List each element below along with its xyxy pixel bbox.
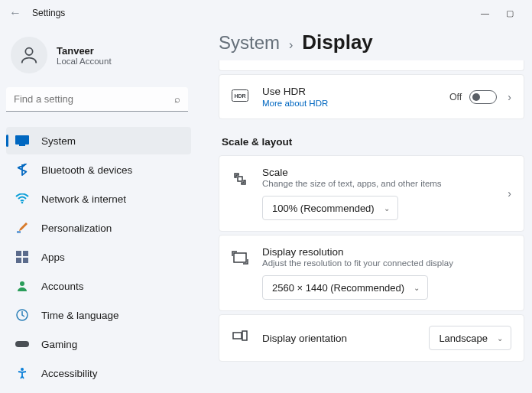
- search-icon: ⌕: [174, 93, 180, 105]
- nav-item-network[interactable]: Network & internet: [6, 185, 191, 213]
- nav-item-time-language[interactable]: Time & language: [6, 301, 191, 329]
- svg-rect-2: [19, 145, 25, 146]
- orientation-value: Landscape: [439, 333, 488, 344]
- brush-icon: [15, 221, 29, 235]
- nav-label: Personalization: [41, 222, 112, 234]
- user-account-type: Local Account: [57, 57, 112, 66]
- scale-dropdown[interactable]: 100% (Recommended) ⌄: [262, 196, 398, 220]
- accessibility-icon: [15, 366, 29, 380]
- scale-icon: [232, 167, 248, 190]
- globe-clock-icon: [15, 308, 29, 322]
- svg-point-0: [25, 48, 32, 55]
- svg-rect-11: [15, 341, 29, 347]
- back-icon[interactable]: ←: [6, 6, 24, 20]
- resolution-title: Display resolution: [262, 246, 511, 258]
- nav-label: Gaming: [41, 339, 77, 350]
- svg-rect-6: [23, 251, 28, 256]
- nav-list: System Bluetooth & devices Network & int…: [6, 127, 191, 387]
- maximize-icon[interactable]: ▢: [506, 8, 514, 18]
- minimize-icon[interactable]: —: [481, 8, 489, 18]
- nav-label: Network & internet: [41, 193, 126, 205]
- search-box[interactable]: ⌕: [6, 87, 188, 112]
- window-title: Settings: [32, 8, 65, 18]
- resolution-icon: [232, 246, 248, 268]
- nav-label: Apps: [41, 252, 65, 263]
- hdr-toggle-label: Off: [449, 92, 462, 102]
- nav-item-accounts[interactable]: Accounts: [6, 272, 191, 300]
- nav-item-personalization[interactable]: Personalization: [6, 214, 191, 242]
- orientation-dropdown[interactable]: Landscape ⌄: [429, 326, 511, 350]
- scale-title: Scale: [262, 167, 494, 178]
- svg-rect-15: [238, 177, 242, 181]
- system-icon: [15, 134, 29, 148]
- breadcrumb-parent[interactable]: System: [219, 32, 280, 54]
- svg-rect-18: [242, 331, 247, 340]
- window-controls: — ▢: [481, 8, 514, 18]
- bluetooth-icon: [15, 163, 29, 177]
- scale-value: 100% (Recommended): [272, 203, 375, 214]
- nav-label: Accessibility: [41, 368, 98, 379]
- svg-text:HDR: HDR: [234, 93, 245, 99]
- nav-item-bluetooth[interactable]: Bluetooth & devices: [6, 156, 191, 184]
- svg-rect-7: [16, 258, 21, 263]
- resolution-card[interactable]: Display resolution Adjust the resolution…: [219, 235, 524, 311]
- person-icon: [15, 279, 29, 293]
- svg-rect-4: [17, 231, 21, 233]
- chevron-down-icon: ⌄: [414, 284, 420, 292]
- nav-label: System: [41, 135, 76, 147]
- svg-point-12: [21, 368, 24, 371]
- svg-rect-17: [233, 333, 242, 339]
- content-area: System › Display HDR Use HDR More about …: [197, 26, 532, 393]
- wifi-icon: [15, 192, 29, 206]
- svg-point-3: [21, 202, 24, 204]
- page-title: Display: [302, 31, 373, 54]
- nav-label: Time & language: [41, 310, 119, 321]
- scale-desc: Change the size of text, apps, and other…: [262, 179, 494, 188]
- orientation-card[interactable]: Display orientation Landscape ⌄: [219, 314, 524, 362]
- chevron-right-icon[interactable]: ›: [508, 187, 511, 200]
- svg-rect-1: [15, 135, 29, 145]
- section-scale-layout: Scale & layout: [222, 136, 524, 148]
- chevron-right-icon: ›: [289, 38, 293, 52]
- nav-item-apps[interactable]: Apps: [6, 243, 191, 271]
- gamepad-icon: [15, 337, 29, 351]
- chevron-down-icon: ⌄: [384, 204, 390, 213]
- partial-card-top: [219, 60, 524, 71]
- title-bar: ← Settings — ▢: [0, 0, 532, 26]
- resolution-desc: Adjust the resolution to fit your connec…: [262, 258, 511, 268]
- nav-item-accessibility[interactable]: Accessibility: [6, 359, 191, 387]
- apps-icon: [15, 250, 29, 264]
- user-name: Tanveer: [57, 45, 112, 57]
- orientation-title: Display orientation: [262, 333, 415, 344]
- breadcrumb: System › Display: [219, 31, 524, 54]
- hdr-link[interactable]: More about HDR: [262, 99, 436, 108]
- orientation-icon: [232, 330, 248, 346]
- nav-item-system[interactable]: System: [6, 127, 191, 154]
- hdr-toggle[interactable]: [469, 90, 497, 104]
- resolution-value: 2560 × 1440 (Recommended): [272, 282, 404, 294]
- nav-label: Accounts: [41, 281, 84, 292]
- search-input[interactable]: [6, 87, 188, 112]
- avatar: [11, 37, 47, 73]
- nav-item-gaming[interactable]: Gaming: [6, 330, 191, 358]
- chevron-down-icon: ⌄: [497, 334, 503, 343]
- profile-block[interactable]: Tanveer Local Account: [6, 29, 191, 87]
- sidebar: Tanveer Local Account ⌕ System Bluetooth…: [0, 26, 197, 393]
- chevron-right-icon[interactable]: ›: [508, 91, 511, 103]
- svg-point-9: [20, 281, 24, 286]
- hdr-title: Use HDR: [262, 86, 436, 97]
- hdr-icon: HDR: [232, 89, 248, 105]
- scale-card[interactable]: Scale Change the size of text, apps, and…: [219, 155, 524, 232]
- svg-rect-16: [234, 253, 246, 262]
- svg-rect-5: [16, 251, 21, 256]
- hdr-card[interactable]: HDR Use HDR More about HDR Off ›: [219, 74, 524, 119]
- svg-rect-8: [23, 258, 28, 263]
- resolution-dropdown[interactable]: 2560 × 1440 (Recommended) ⌄: [262, 275, 428, 300]
- nav-label: Bluetooth & devices: [41, 164, 132, 176]
